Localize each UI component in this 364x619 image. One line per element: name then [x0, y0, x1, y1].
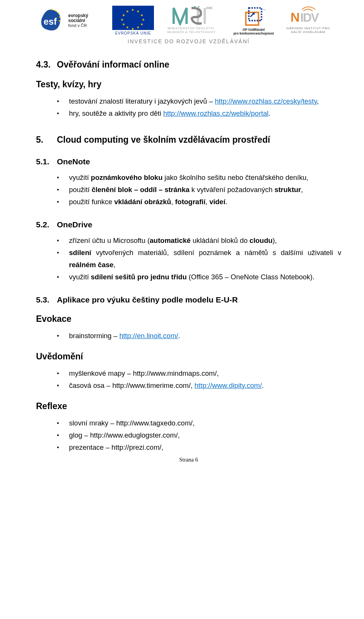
subheading-evokace: Evokace [36, 314, 341, 324]
op-label-1: OP Vzdělávání [243, 28, 265, 32]
list-text: , [317, 97, 319, 105]
heading-5-3-number: 5.3. [36, 295, 57, 304]
subheading-reflexe: Reflexe [36, 401, 341, 411]
heading-5-title: Cloud computing ve školním vzdělávacím p… [57, 135, 270, 145]
svg-point-2 [55, 10, 56, 11]
list-item: využití poznámkového bloku jako školního… [57, 172, 341, 184]
heading-4-3-title: Ověřování informací online [57, 60, 169, 69]
esf-text-1: evropský [68, 13, 88, 18]
heading-5-3-title: Aplikace pro výuku češtiny podle modelu … [57, 295, 238, 304]
nidv-icon: N IDV [290, 6, 326, 25]
nidv-logo: N IDV NÁRODNÍ INSTITUT PRO DALŠÍ VZDĚLÁV… [286, 6, 331, 35]
msmt-logo: MINISTERSTVO ŠKOLSTVÍ, MLÁDEŽE A TĚLOVÝC… [161, 6, 222, 35]
op-logo: 2 0 0 7 - 1 3 OP Vzdělávánípro konkurenc… [227, 6, 280, 35]
heading-4-3-number: 4.3. [36, 60, 57, 70]
list-item: využití sdílení sešitů pro jednu třídu (… [57, 271, 341, 283]
list-text: brainstorming – [69, 332, 119, 340]
list-item: slovní mraky – http://www.tagxedo.com/, [57, 417, 341, 429]
heading-5-2: 5.2.OneDrive [36, 220, 341, 229]
msmt-icon [171, 6, 212, 25]
list-4-3: testování znalostí literatury i jazykový… [36, 95, 341, 120]
svg-text:esf: esf [44, 16, 57, 27]
list-item: sdílení vytvořených materiálů, sdílení p… [57, 247, 341, 271]
page-footer: Strana 6 [36, 457, 341, 463]
esf-text-2: sociální [68, 18, 88, 23]
heading-5-2-title: OneDrive [57, 220, 92, 229]
list-text: . [178, 332, 180, 340]
svg-text:IDV: IDV [300, 11, 319, 24]
nidv-label: NÁRODNÍ INSTITUT PRO DALŠÍ VZDĚLÁVÁNÍ [286, 27, 331, 34]
list-reflexe: slovní mraky – http://www.tagxedo.com/, … [36, 417, 341, 454]
link-rozhlas-webik[interactable]: http://www.rozhlas.cz/webik/portal [163, 109, 269, 117]
link-rozhlas-testy[interactable]: http://www.rozhlas.cz/cesky/testy [215, 97, 317, 105]
logo-strip: esf evropský sociální fond v ČR ★ ★ ★ ★ … [28, 6, 341, 35]
list-text: testování znalostí literatury i jazykový… [69, 97, 215, 105]
esf-text-3: fond v ČR [68, 23, 88, 28]
list-item: myšlenkové mapy – http://www.mindmaps.co… [57, 367, 341, 380]
list-text: hry, soutěže a aktivity pro děti [69, 109, 163, 117]
esf-icon: esf [39, 7, 65, 34]
op-icon: 2 0 0 7 - 1 3 [242, 6, 265, 27]
msmt-label: MINISTERSTVO ŠKOLSTVÍ, MLÁDEŽE A TĚLOVÝC… [161, 27, 222, 34]
svg-text:2 0 0 7 - 1 3: 2 0 0 7 - 1 3 [263, 9, 265, 11]
subheading-uvedomeni: Uvědomění [36, 351, 341, 362]
svg-point-4 [59, 16, 61, 18]
list-item: zřízení účtu u Microsoftu (automatické u… [57, 235, 341, 247]
list-text: myšlenkové mapy – http://www.mindmaps.co… [69, 369, 219, 377]
list-item: časová osa – http://www.timerime.com/, h… [57, 380, 341, 392]
list-item: prezentace – http://prezi.com/, [57, 441, 341, 454]
svg-point-3 [58, 13, 60, 14]
list-item: brainstorming – http://en.linoit.com/. [57, 330, 341, 342]
list-text: . [268, 109, 270, 117]
list-uvedomeni: myšlenkové mapy – http://www.mindmaps.co… [36, 367, 341, 392]
op-label-2: pro konkurenceschopnost [234, 32, 274, 35]
link-linoit[interactable]: http://en.linoit.com/ [119, 332, 178, 340]
heading-5-number: 5. [36, 135, 57, 145]
list-item: použití funkce vkládání obrázků, fotogra… [57, 196, 341, 208]
list-5-2: zřízení účtu u Microsoftu (automatické u… [36, 235, 341, 283]
svg-text:N: N [290, 10, 300, 24]
eu-label: EVROPSKÁ UNIE [115, 31, 151, 35]
list-text: . [262, 381, 264, 389]
heading-5-2-number: 5.2. [36, 220, 57, 229]
tagline: INVESTICE DO ROZVOJE VZDĚLÁVÁNÍ [36, 38, 341, 44]
svg-rect-9 [249, 8, 261, 20]
esf-logo: esf evropský sociální fond v ČR [39, 6, 105, 35]
svg-point-7 [198, 6, 199, 8]
list-evokace: brainstorming – http://en.linoit.com/. [36, 330, 341, 342]
svg-point-1 [51, 9, 53, 10]
list-item: testování znalostí literatury i jazykový… [57, 95, 341, 107]
svg-point-5 [59, 20, 60, 22]
subheading-tests: Testy, kvízy, hry [36, 79, 341, 90]
link-dipity[interactable]: http://www.dipity.com/ [195, 381, 262, 389]
heading-4-3: 4.3.Ověřování informací online [36, 60, 341, 70]
list-item: glog – http://www.eduglogster.com/, [57, 429, 341, 441]
svg-point-6 [194, 6, 196, 8]
heading-5-3: 5.3.Aplikace pro výuku češtiny podle mod… [36, 295, 341, 304]
list-5-1: využití poznámkového bloku jako školního… [36, 172, 341, 208]
eu-logo: ★ ★ ★ ★ ★ ★ ★ ★ ★ ★ ★ ★ EVROPSKÁ UNIE [110, 6, 156, 35]
eu-flag-icon: ★ ★ ★ ★ ★ ★ ★ ★ ★ ★ ★ ★ [112, 6, 154, 30]
list-item: použití členění blok – oddíl – stránka k… [57, 184, 341, 196]
list-item: hry, soutěže a aktivity pro děti http://… [57, 107, 341, 120]
heading-5: 5.Cloud computing ve školním vzdělávacím… [36, 135, 341, 145]
heading-5-1-number: 5.1. [36, 157, 57, 166]
heading-5-1-title: OneNote [57, 157, 90, 166]
heading-5-1: 5.1.OneNote [36, 157, 341, 166]
list-text: časová osa – http://www.timerime.com/, [69, 381, 195, 389]
